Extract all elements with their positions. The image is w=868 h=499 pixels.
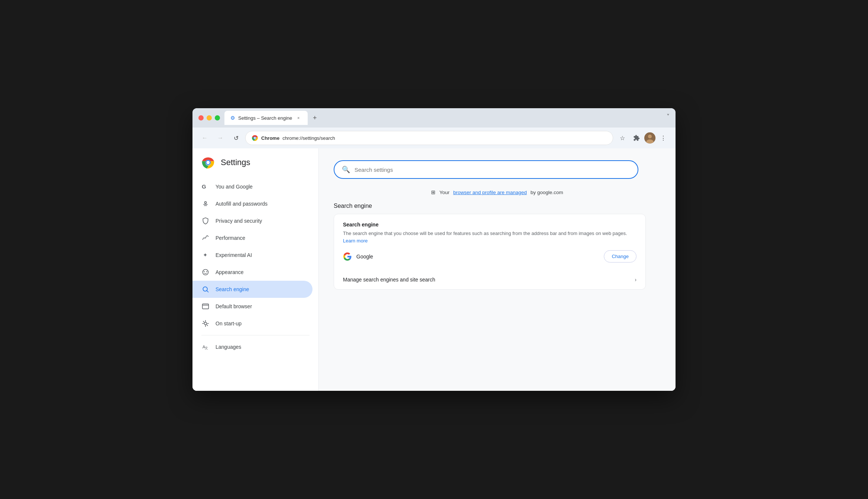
chrome-brand-label: Chrome <box>261 135 279 141</box>
sidebar-item-languages[interactable]: A文 Languages <box>192 338 312 355</box>
tab-title: Settings – Search engine <box>238 115 292 121</box>
sidebar-item-autofill[interactable]: Autofill and passwords <box>192 195 312 212</box>
svg-point-10 <box>205 202 207 203</box>
sidebar-label-autofill: Autofill and passwords <box>216 201 268 207</box>
sidebar-label-default-browser: Default browser <box>216 303 252 309</box>
forward-button[interactable]: → <box>214 132 227 144</box>
current-engine-name: Google <box>356 254 599 260</box>
sidebar-label-appearance: Appearance <box>216 269 244 275</box>
search-engine-icon <box>201 285 210 293</box>
address-text: chrome://settings/search <box>282 135 607 141</box>
sidebar-item-on-startup[interactable]: On start-up <box>192 315 312 332</box>
sidebar-item-experimental-ai[interactable]: ✦ Experimental AI <box>192 247 312 264</box>
main-panel: 🔍 ⊞ Your browser and profile are managed… <box>319 148 676 391</box>
back-button[interactable]: ← <box>198 132 211 144</box>
manage-search-engines-row[interactable]: Manage search engines and site search › <box>334 270 645 289</box>
menu-button[interactable]: ⋮ <box>657 132 670 144</box>
sidebar-label-languages: Languages <box>216 344 241 350</box>
default-browser-icon <box>201 302 210 310</box>
search-icon: 🔍 <box>342 165 350 174</box>
svg-point-16 <box>206 271 207 272</box>
search-input-container[interactable]: 🔍 <box>334 160 638 179</box>
you-and-google-icon: G <box>201 183 210 191</box>
sidebar-label-performance: Performance <box>216 235 245 241</box>
managed-grid-icon: ⊞ <box>431 189 435 195</box>
svg-point-19 <box>204 322 207 325</box>
svg-point-14 <box>203 270 208 275</box>
google-g-icon <box>343 252 352 261</box>
minimize-button[interactable] <box>207 115 212 120</box>
search-engine-info-section: Search engine The search engine that you… <box>334 214 645 270</box>
tabs-area: ⚙ Settings – Search engine × + <box>224 111 662 125</box>
languages-icon: A文 <box>201 343 210 351</box>
sidebar-label-on-startup: On start-up <box>216 321 242 326</box>
svg-point-2 <box>254 137 256 139</box>
experimental-ai-icon: ✦ <box>201 251 210 259</box>
sidebar-item-performance[interactable]: Performance <box>192 229 312 247</box>
reload-button[interactable]: ↺ <box>230 132 242 144</box>
card-description: The search engine that you choose will b… <box>343 230 637 244</box>
manage-search-engines-label: Manage search engines and site search <box>343 277 435 283</box>
search-settings-input[interactable] <box>354 167 630 173</box>
sidebar-label-you-and-google: You and Google <box>216 184 253 190</box>
avatar-icon <box>644 132 655 144</box>
sidebar-label-experimental-ai: Experimental AI <box>216 252 252 258</box>
sidebar-item-you-and-google[interactable]: G You and Google <box>192 178 312 195</box>
search-engine-card: Search engine The search engine that you… <box>334 214 646 290</box>
bookmark-button[interactable]: ☆ <box>616 132 629 144</box>
address-bar[interactable]: Chrome chrome://settings/search <box>245 131 613 145</box>
performance-icon <box>201 234 210 242</box>
nav-actions: ☆ ⋮ <box>616 132 670 144</box>
appearance-icon <box>201 268 210 276</box>
nav-bar: ← → ↺ Chrome chrome://settings/search ☆ <box>192 128 676 148</box>
svg-point-15 <box>204 271 205 272</box>
learn-more-link[interactable]: Learn more <box>343 238 367 244</box>
settings-logo-icon <box>201 156 215 169</box>
sidebar-item-search-engine[interactable]: Search engine <box>192 281 312 298</box>
search-bar-wrapper: 🔍 <box>334 160 661 179</box>
sidebar-item-privacy[interactable]: Privacy and security <box>192 212 312 229</box>
card-title: Search engine <box>343 222 637 228</box>
manage-search-engines-chevron-icon: › <box>635 277 637 283</box>
svg-point-4 <box>648 135 652 138</box>
svg-text:G: G <box>202 183 206 190</box>
privacy-icon <box>201 217 210 225</box>
profile-avatar[interactable] <box>644 132 655 144</box>
managed-text-after: by google.com <box>531 190 563 195</box>
content-area: Settings G You and Google Autofill and p… <box>192 148 676 391</box>
new-tab-button[interactable]: + <box>309 112 320 123</box>
tab-dropdown-button[interactable]: ˅ <box>667 113 670 120</box>
chrome-logo-icon <box>252 135 258 141</box>
svg-text:✦: ✦ <box>203 252 208 258</box>
svg-text:文: 文 <box>205 346 208 350</box>
tab-favicon-icon: ⚙ <box>230 115 235 121</box>
managed-text-before: Your <box>439 190 449 195</box>
close-button[interactable] <box>198 115 204 120</box>
on-startup-icon <box>201 319 210 328</box>
search-engine-section-title: Search engine <box>334 203 661 209</box>
browser-window: ⚙ Settings – Search engine × + ˅ ← → ↺ C… <box>192 108 676 391</box>
managed-banner: ⊞ Your browser and profile are managed b… <box>334 189 661 195</box>
extensions-button[interactable] <box>630 132 643 144</box>
svg-rect-11 <box>203 204 208 205</box>
managed-link[interactable]: browser and profile are managed <box>453 190 527 195</box>
sidebar-header: Settings <box>192 156 318 178</box>
svg-rect-18 <box>203 304 209 309</box>
sidebar-item-appearance[interactable]: Appearance <box>192 264 312 281</box>
active-tab[interactable]: ⚙ Settings – Search engine × <box>224 111 308 125</box>
tab-close-button[interactable]: × <box>295 115 302 121</box>
sidebar: Settings G You and Google Autofill and p… <box>192 148 319 391</box>
traffic-lights <box>198 115 220 120</box>
extensions-icon <box>633 135 640 141</box>
current-engine-row: Google Change <box>343 250 637 263</box>
sidebar-label-search-engine: Search engine <box>216 286 249 292</box>
change-engine-button[interactable]: Change <box>604 250 637 263</box>
svg-rect-12 <box>204 205 207 206</box>
autofill-icon <box>201 200 210 208</box>
sidebar-item-default-browser[interactable]: Default browser <box>192 298 312 315</box>
title-bar: ⚙ Settings – Search engine × + ˅ <box>192 108 676 128</box>
fullscreen-button[interactable] <box>215 115 220 120</box>
sidebar-label-privacy: Privacy and security <box>216 218 262 224</box>
svg-point-8 <box>207 161 210 164</box>
sidebar-divider <box>201 335 310 335</box>
